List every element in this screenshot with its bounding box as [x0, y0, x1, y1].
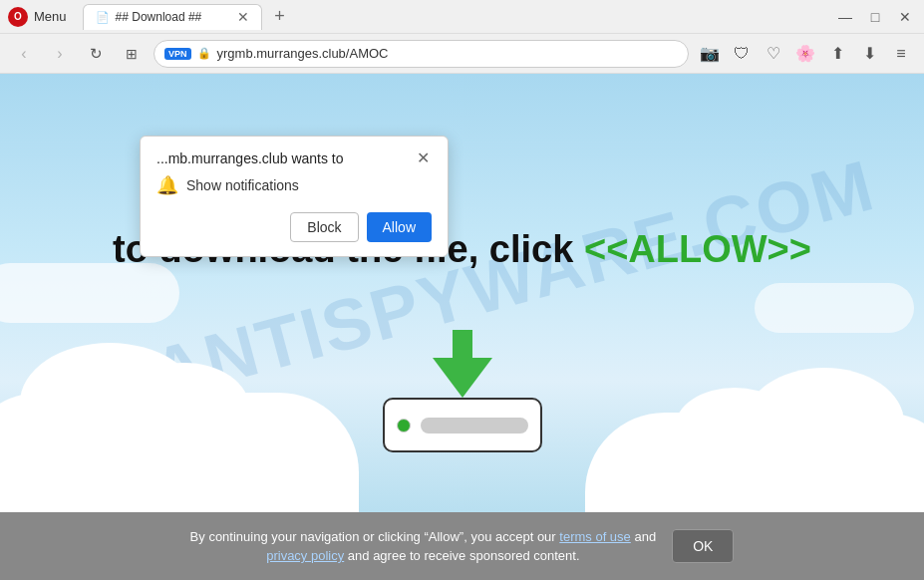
arrow-stem [453, 330, 472, 360]
popup-close-button[interactable]: ✕ [415, 150, 432, 166]
tab-title: ## Download ## [116, 10, 202, 24]
upload-icon[interactable]: ⬆ [824, 41, 850, 67]
footer-text-mid: and [631, 529, 656, 544]
allow-text: <<ALLOW>> [584, 228, 811, 270]
ok-button[interactable]: OK [672, 529, 734, 563]
window-controls: — □ ✕ [834, 6, 916, 28]
url-bar[interactable]: VPN 🔒 yrgmb.murranges.club/AMOC [154, 40, 689, 68]
footer-text: By continuing your navigation or clickin… [190, 527, 657, 566]
theme-icon[interactable]: 🌸 [792, 41, 818, 67]
page-content: MYANTISPYWARE.COM to download the file, … [0, 74, 924, 512]
allow-button[interactable]: Allow [367, 212, 432, 242]
toolbar-icons: 📷 🛡 ♡ 🌸 ⬆ ⬇ ≡ [697, 41, 914, 67]
download-icon[interactable]: ⬇ [856, 41, 882, 67]
close-button[interactable]: ✕ [894, 6, 916, 28]
url-text: yrgmb.murranges.club/AMOC [217, 46, 678, 61]
cloud-top-right [755, 283, 914, 333]
terms-link[interactable]: terms of use [559, 529, 631, 544]
address-bar: ‹ › ↻ ⊞ VPN 🔒 yrgmb.murranges.club/AMOC … [0, 34, 924, 74]
block-button[interactable]: Block [290, 212, 358, 242]
notification-popup: ...mb.murranges.club wants to ✕ 🔔 Show n… [140, 136, 449, 257]
maximize-button[interactable]: □ [864, 6, 886, 28]
grid-button[interactable]: ⊞ [118, 40, 146, 68]
privacy-link[interactable]: privacy policy [266, 548, 344, 563]
popup-site-text: ...mb.murranges.club wants to [156, 150, 344, 166]
refresh-button[interactable]: ↻ [82, 40, 110, 68]
popup-notification-row: 🔔 Show notifications [156, 174, 432, 196]
hdd-light [397, 419, 411, 433]
browser-frame: O Menu 📄 ## Download ## ✕ + — □ ✕ ‹ › ↻ … [0, 0, 924, 580]
title-bar: O Menu 📄 ## Download ## ✕ + — □ ✕ [0, 0, 924, 34]
lock-icon: 🔒 [197, 47, 211, 60]
download-illustration [383, 330, 542, 452]
popup-header: ...mb.murranges.club wants to ✕ [156, 150, 432, 166]
back-button[interactable]: ‹ [10, 40, 38, 68]
vpn-badge: VPN [164, 48, 191, 60]
hdd-slot [421, 418, 528, 434]
footer-text-after: and agree to receive sponsored content. [344, 548, 579, 563]
heart-icon[interactable]: ♡ [761, 41, 786, 67]
cloud-top-left [0, 263, 179, 323]
shield-icon[interactable]: 🛡 [729, 41, 755, 67]
camera-icon[interactable]: 📷 [697, 41, 723, 67]
cloud-right [585, 413, 924, 512]
hdd-icon [383, 398, 542, 452]
footer-text-before: By continuing your navigation or clickin… [190, 529, 560, 544]
notification-icon: 🔔 [156, 174, 178, 196]
minimize-button[interactable]: — [834, 6, 856, 28]
footer-bar: By continuing your navigation or clickin… [0, 512, 924, 580]
tab-bar: 📄 ## Download ## ✕ + [83, 4, 834, 30]
active-tab[interactable]: 📄 ## Download ## ✕ [83, 4, 262, 30]
popup-buttons: Block Allow [156, 212, 432, 242]
notification-label: Show notifications [186, 177, 299, 193]
menu-icon[interactable]: ≡ [888, 41, 914, 67]
arrow-head [433, 358, 492, 398]
cloud-left [0, 393, 359, 512]
new-tab-button[interactable]: + [268, 5, 292, 29]
menu-label[interactable]: Menu [34, 9, 67, 24]
forward-button[interactable]: › [46, 40, 74, 68]
opera-logo: O [8, 7, 28, 27]
tab-close-btn[interactable]: ✕ [237, 9, 249, 25]
tab-icon: 📄 [96, 11, 110, 24]
